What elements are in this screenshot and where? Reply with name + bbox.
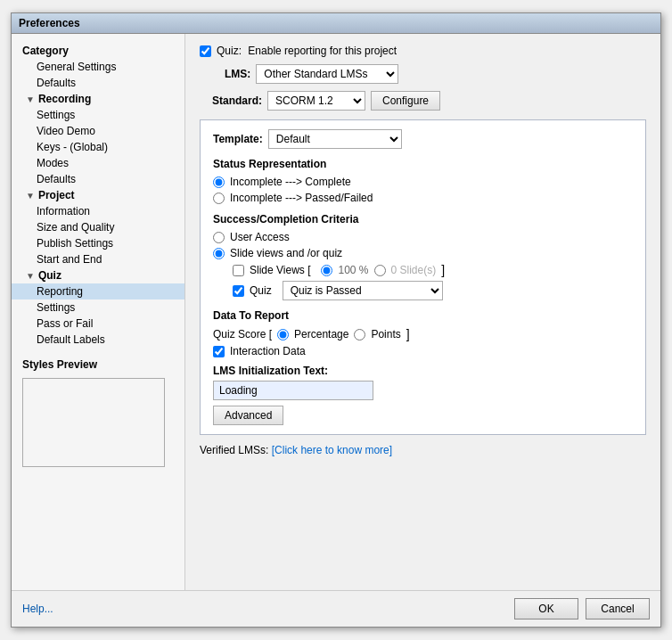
sidebar-item-defaults-top[interactable]: Defaults [12,75,184,91]
footer-buttons: OK Cancel [514,598,650,619]
dialog-title: Preferences [19,17,80,29]
verified-lms-row: Verified LMSs: [Click here to know more] [200,444,646,456]
sidebar-item-settings-quiz[interactable]: Settings [12,299,184,316]
lms-init-text-input[interactable] [213,381,373,400]
sidebar-item-publish-settings[interactable]: Publish Settings [12,235,184,251]
template-row: Template: Default Custom [213,129,633,149]
help-link[interactable]: Help... [22,603,53,615]
main-panel: Quiz: Enable reporting for this project … [185,34,660,590]
quiz-label-text: Quiz: [217,45,242,57]
lms-label: LMS: [225,68,250,80]
sidebar-item-keys-global[interactable]: Keys - (Global) [12,139,184,155]
radio-slide-views-label[interactable]: Slide views and /or quiz [230,247,342,259]
sidebar-item-label: Start and End [37,253,102,266]
quiz-label: Quiz [250,284,272,297]
slides-value: 0 Slide(s) [391,264,437,276]
ok-button[interactable]: OK [514,598,578,619]
score-bracket-close: ] [406,327,410,341]
quiz-row: Quiz Quiz is Passed Quiz is Attempted Qu… [233,281,633,300]
slide-views-label: Slide Views [ [250,264,310,276]
sidebar-item-pass-fail[interactable]: Pass or Fail [12,316,184,332]
sidebar-item-label: Settings [37,301,75,314]
quiz-dropdown[interactable]: Quiz is Passed Quiz is Attempted Quiz is… [283,281,443,300]
advanced-button[interactable]: Advanced [213,406,283,425]
interaction-data-label[interactable]: Interaction Data [230,345,306,357]
score-points-label[interactable]: Points [371,328,400,341]
standard-select[interactable]: SCORM 1.2 SCORM 2004 AICC xAPI [267,91,365,111]
sidebar-item-label: Reporting [37,285,83,298]
styles-preview-box [22,378,165,467]
sidebar-item-label: Pass or Fail [37,317,93,330]
sidebar-item-modes[interactable]: Modes [12,155,184,171]
category-label: Category [12,41,184,59]
success-completion-header: Success/Completion Criteria [213,213,633,226]
slide-views-checkbox[interactable] [233,265,244,276]
sidebar-item-recording-header[interactable]: ▼ Recording [15,91,184,107]
sidebar-item-defaults-rec[interactable]: Defaults [12,171,184,187]
standard-row: Standard: SCORM 1.2 SCORM 2004 AICC xAPI… [200,91,646,111]
sidebar-item-project-header[interactable]: ▼ Project [15,187,184,203]
quiz-enable-label[interactable]: Quiz: Enable reporting for this project [217,45,397,57]
verified-lms-link[interactable]: [Click here to know more] [272,444,392,456]
sidebar: Category General Settings Defaults ▼ Rec… [12,34,185,590]
dialog-body: Category General Settings Defaults ▼ Rec… [12,34,660,590]
sidebar-item-label: Recording [38,93,91,105]
sidebar-item-default-labels[interactable]: Default Labels [12,332,184,348]
quiz-enable-text: Enable reporting for this project [248,45,397,57]
interaction-data-checkbox[interactable] [213,346,225,357]
radio-slide-views[interactable] [213,248,225,259]
preferences-dialog: Preferences Category General Settings De… [11,12,661,628]
lms-select[interactable]: Other Standard LMSs SCORM Cloud None [256,64,398,84]
sidebar-item-video-demo[interactable]: Video Demo [12,123,184,139]
quiz-enable-checkbox[interactable] [200,45,211,57]
score-percentage-label[interactable]: Percentage [294,328,348,341]
radio-incomplete-complete[interactable] [213,176,225,188]
radio-slide-views-row: Slide views and /or quiz [213,247,633,259]
sidebar-item-label: Publish Settings [37,237,113,250]
bracket-close: ] [441,263,445,277]
sidebar-item-information[interactable]: Information [12,203,184,219]
slide-views-pct-label: 100 % [338,264,368,276]
styles-preview-label: Styles Preview [12,355,184,374]
content-box: Template: Default Custom Status Represen… [200,119,646,435]
cancel-button[interactable]: Cancel [586,598,650,619]
verified-lms-text: Verified LMSs: [200,444,268,456]
status-representation-header: Status Representation [213,158,633,170]
lms-init-label: LMS Initialization Text: [213,365,633,377]
interaction-data-row: Interaction Data [213,345,633,357]
dialog-footer: Help... OK Cancel [12,590,660,627]
radio-incomplete-complete-label[interactable]: Incomplete ---> Complete [230,176,351,188]
radio-incomplete-passfail[interactable] [213,193,225,204]
sidebar-item-general-settings[interactable]: General Settings [12,59,184,75]
title-bar: Preferences [12,13,660,34]
template-select[interactable]: Default Custom [268,129,402,149]
pct-value: 100 % [338,264,368,276]
arrow-icon: ▼ [26,271,35,281]
radio-incomplete-passfail-row: Incomplete ---> Passed/Failed [213,192,633,204]
sidebar-item-label: Video Demo [37,125,95,137]
score-points-radio[interactable] [354,329,365,341]
slide-views-slides-label: 0 Slide(s) [391,264,437,276]
sidebar-item-label: Quiz [38,269,61,282]
radio-incomplete-passfail-label[interactable]: Incomplete ---> Passed/Failed [230,192,373,204]
configure-button[interactable]: Configure [371,91,440,111]
sidebar-item-start-end[interactable]: Start and End [12,251,184,267]
score-percentage-radio[interactable] [277,329,289,341]
slide-views-pct-radio[interactable] [321,265,332,276]
sidebar-item-size-quality[interactable]: Size and Quality [12,219,184,235]
radio-user-access[interactable] [213,232,225,243]
sidebar-item-label: Keys - (Global) [37,141,108,153]
sidebar-item-reporting[interactable]: Reporting [12,283,184,299]
template-label: Template: [213,133,263,145]
quiz-enable-row: Quiz: Enable reporting for this project [200,45,646,57]
sidebar-item-settings[interactable]: Settings [12,107,184,123]
slide-views-slides-radio[interactable] [374,265,386,276]
sidebar-item-label: Information [37,205,90,217]
data-to-report-header: Data To Report [213,309,633,322]
quiz-checkbox[interactable] [233,285,244,297]
slide-views-text: Slide Views [ [250,264,310,276]
radio-user-access-label[interactable]: User Access [230,231,290,243]
sidebar-item-quiz-header[interactable]: ▼ Quiz [15,267,184,283]
arrow-icon: ▼ [26,191,35,201]
quiz-score-row: Quiz Score [ Percentage Points ] [213,327,633,341]
